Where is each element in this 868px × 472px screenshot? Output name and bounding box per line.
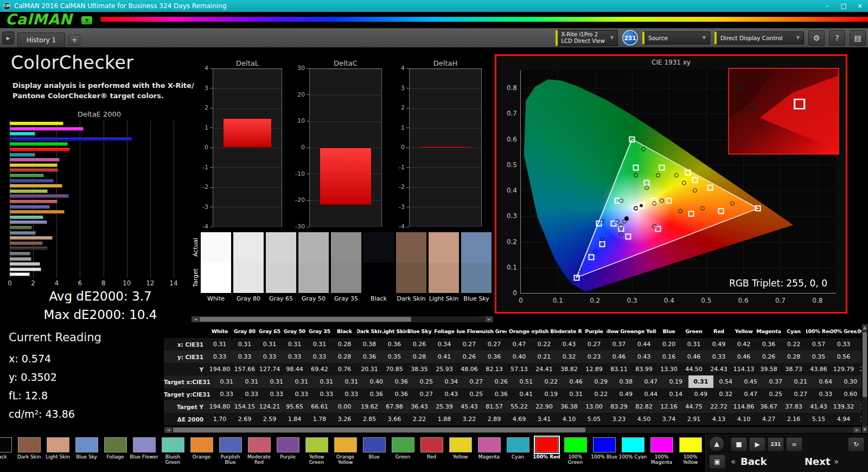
- settings-button[interactable]: ⚙: [808, 30, 825, 46]
- table-cell: 4.10: [731, 413, 756, 425]
- axis-tick-label: -2: [390, 183, 405, 190]
- table-row: Target x:CIE310.310.310.310.310.310.310.…: [164, 375, 861, 388]
- patch-button[interactable]: Orange: [187, 437, 216, 460]
- tick-mark: [406, 187, 409, 188]
- scroll-left-icon[interactable]: ◄: [164, 427, 172, 433]
- scrollbar-thumb[interactable]: [200, 317, 411, 322]
- minimize-button[interactable]: –: [819, 0, 835, 12]
- stop-button[interactable]: ■: [731, 437, 747, 451]
- axis-tick-label: 0.6: [507, 136, 517, 143]
- close-button[interactable]: ×: [852, 0, 868, 12]
- next-button[interactable]: Next: [805, 456, 831, 467]
- scroll-up-icon[interactable]: ▲: [862, 324, 867, 331]
- meter-label: X-Rite i1Pro 2 LCD Direct View: [561, 31, 605, 44]
- scrollbar-thumb[interactable]: [173, 428, 585, 432]
- maximize-button[interactable]: □: [835, 0, 852, 12]
- patch-button[interactable]: 100% Yellow: [676, 437, 705, 465]
- tick-mark: [307, 148, 309, 148]
- patch-button[interactable]: 100% Cyan: [618, 437, 647, 460]
- meter-dropdown[interactable]: X-Rite i1Pro 2 LCD Direct View ▼: [556, 30, 618, 46]
- reading-counter[interactable]: 231: [768, 437, 784, 451]
- scroll-right-icon[interactable]: ►: [853, 427, 861, 433]
- patch-button[interactable]: 100% Red: [532, 437, 561, 460]
- layout-button[interactable]: ▤: [850, 30, 866, 46]
- patch-color-swatch: [535, 437, 558, 452]
- patch-color-swatch: [564, 437, 587, 452]
- deltae-bar: [10, 137, 132, 141]
- patch-button[interactable]: Yellow Green: [302, 437, 331, 465]
- scrollbar-thumb[interactable]: [863, 332, 867, 397]
- logo-menu-button[interactable]: ▼: [81, 16, 92, 24]
- table-cell: 21.38: [856, 363, 861, 375]
- display-control-dropdown[interactable]: Direct Display Control ▼: [714, 31, 804, 44]
- collapse-button[interactable]: ▲: [709, 436, 724, 451]
- deltae-bar: [10, 163, 58, 167]
- patch-button[interactable]: Magenta: [475, 437, 503, 460]
- patch-button[interactable]: Moderate Red: [245, 437, 273, 465]
- patch-button[interactable]: Dark Skin: [15, 437, 43, 460]
- patch-button[interactable]: Orange Yellow: [331, 437, 360, 465]
- scroll-right-icon[interactable]: ►: [486, 316, 493, 322]
- patch-color-swatch: [0, 437, 12, 452]
- colorchecker-data-table: WhiteGray 80Gray 65Gray 50Gray 35BlackDa…: [164, 324, 861, 425]
- back-button[interactable]: Back: [741, 456, 767, 467]
- table-cell: 0.31: [239, 375, 264, 388]
- table-column-header: Gray 35: [307, 324, 332, 338]
- patch-label: White: [201, 295, 231, 302]
- table-cell: 36.43: [407, 400, 432, 413]
- pattern-window-button[interactable]: ▣: [709, 455, 725, 469]
- patch-button[interactable]: 100% Blue: [590, 437, 618, 460]
- table-cell: 0.36: [482, 350, 507, 363]
- patch-actual-swatch: [266, 232, 296, 263]
- table-cell: 41.43: [806, 400, 831, 413]
- pattern-count-badge[interactable]: 231: [622, 30, 638, 46]
- table-cell: 4.94: [831, 413, 856, 425]
- patch-button[interactable]: Blue: [360, 437, 388, 460]
- table-vertical-scrollbar[interactable]: ▲ ▼: [861, 324, 868, 433]
- axis-tick-label: 0.3: [507, 212, 517, 220]
- scroll-left-icon[interactable]: ◄: [192, 316, 199, 322]
- patch-button[interactable]: Red: [417, 437, 446, 460]
- deltac-title: DeltaC: [309, 59, 382, 67]
- loop-icon: ↻: [853, 441, 859, 448]
- cie-1931-panel[interactable]: CIE 1931 xy RGB Triplet: 255, 0, 0 00.10…: [495, 54, 847, 314]
- scroll-down-icon[interactable]: ▼: [862, 426, 867, 433]
- table-cell: 2.59: [257, 413, 282, 425]
- axis-tick-label: 0: [193, 144, 208, 151]
- play-button[interactable]: ▶: [749, 437, 765, 451]
- measured-marker: [619, 199, 623, 203]
- add-tab-button[interactable]: +: [68, 35, 80, 46]
- table-column-header: Orange Yellow: [631, 324, 656, 338]
- continuous-read-button[interactable]: ∞: [786, 437, 802, 451]
- patch-button[interactable]: 100% Green: [561, 437, 590, 465]
- deltae-bar: [10, 142, 68, 146]
- back-arrow-icon[interactable]: «: [731, 457, 736, 467]
- brand-row: CalMAN ▼: [0, 12, 868, 28]
- help-button[interactable]: ?: [829, 30, 845, 46]
- table-horizontal-scrollbar[interactable]: ◄ ►: [164, 426, 861, 433]
- tab-history-1[interactable]: History 1: [17, 33, 65, 47]
- next-arrow-icon[interactable]: »: [834, 457, 839, 467]
- patch-button[interactable]: Blue Flower: [130, 437, 158, 460]
- patch-button[interactable]: 100% Magenta: [647, 437, 676, 465]
- patch-button[interactable]: Foliage: [101, 437, 130, 460]
- table-cell: 83.11: [607, 363, 631, 375]
- patch-button[interactable]: Green: [388, 437, 417, 460]
- target-marker: [588, 254, 594, 260]
- patch-button[interactable]: Purplish Blue: [216, 437, 245, 465]
- patch-button[interactable]: Purple: [273, 437, 302, 460]
- patch-button[interactable]: Blue Sky: [72, 437, 101, 460]
- patch-button[interactable]: Light Skin: [43, 437, 72, 460]
- patch-button[interactable]: Yellow: [446, 437, 475, 460]
- nav-arrow-button[interactable]: ▸: [2, 31, 14, 44]
- loop-button[interactable]: ↻: [848, 437, 864, 451]
- patch-button[interactable]: Bluish Green: [158, 437, 187, 465]
- patch-button[interactable]: Black: [0, 437, 15, 460]
- axis-tick-label: 1: [193, 124, 208, 131]
- patch-strip-scrollbar[interactable]: ◄ ►: [191, 316, 494, 323]
- source-dropdown[interactable]: Source ▼: [642, 31, 710, 44]
- patch-button-label: 100% Blue: [590, 454, 618, 460]
- axis-tick-label: 0.2: [590, 297, 600, 304]
- patch-button[interactable]: Cyan: [503, 437, 532, 460]
- table-cell: 24.41: [532, 363, 557, 375]
